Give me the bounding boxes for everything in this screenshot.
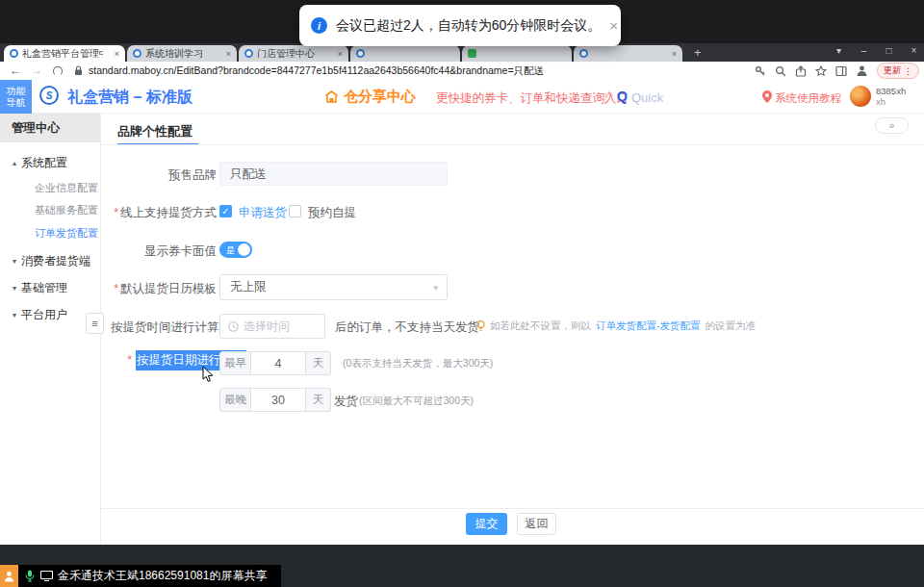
time-picker-input[interactable]: 选择时间 — [219, 314, 325, 339]
pickup-methods-label-text: 线上支持提货方式 — [120, 206, 217, 219]
function-nav-toggle[interactable]: 功能 导航 — [0, 80, 32, 114]
sidebar-group-label: 消费者提货端 — [21, 253, 90, 269]
browser-tab[interactable]: 门店管理中心 × — [239, 45, 348, 62]
triangle-down-icon: ▾ — [8, 311, 21, 319]
sidebar-group-basic-management[interactable]: ▾ 基础管理 — [0, 279, 100, 296]
submit-button[interactable]: 提交 — [466, 513, 507, 535]
chrome-update-button[interactable]: 更新⋮ — [877, 63, 919, 79]
checkbox-self-pickup-label[interactable]: 预约自提 — [308, 205, 356, 221]
presale-brand-label: 预售品牌 — [111, 167, 217, 184]
tab-brand-config[interactable]: 品牌个性配置 — [117, 123, 192, 140]
username: 8385xh — [876, 86, 906, 96]
browser-tab[interactable] — [350, 45, 460, 62]
clock-icon — [228, 321, 239, 332]
calendar-template-value: 无上限 — [230, 280, 267, 294]
latest-suffix-text: 发货 — [334, 394, 358, 410]
sidebar-group-system-config[interactable]: ▴ 系统配置 — [0, 154, 100, 171]
checkbox-self-pickup-unchecked[interactable] — [289, 205, 301, 217]
back-icon[interactable]: ← — [10, 62, 21, 80]
tab-close-icon[interactable]: × — [115, 49, 119, 59]
sidebar-item-enterprise-info[interactable]: 企业信息配置 — [35, 181, 98, 195]
earliest-note: (0表示支持当天发货，最大300天) — [343, 357, 493, 370]
bulb-icon — [476, 320, 485, 332]
toast-close-icon[interactable]: × — [609, 17, 618, 34]
browser-tab[interactable]: 系统培训学习 × — [127, 45, 237, 62]
chevron-down-icon: ▾ — [433, 275, 438, 300]
panel-collapse-button[interactable]: » — [875, 117, 909, 134]
back-button[interactable]: 返回 — [517, 513, 556, 535]
lock-icon[interactable] — [74, 65, 83, 76]
tab-favicon — [356, 49, 365, 58]
new-tab-button[interactable]: + — [694, 46, 702, 59]
calendar-template-select[interactable]: 无上限 ▾ — [219, 274, 448, 300]
tab-title: 系统培训学习 — [145, 47, 203, 61]
nav-toggle-line2: 导航 — [7, 97, 26, 109]
time-picker-placeholder: 选择时间 — [244, 319, 290, 335]
warehouse-share-center-link[interactable]: 仓分享中心 — [324, 88, 416, 106]
checkbox-delivery-label[interactable]: 申请送货 — [239, 205, 287, 221]
share-icon[interactable] — [795, 65, 807, 77]
quick-search-icon[interactable]: Q — [617, 89, 628, 104]
presale-brand-input[interactable]: 只配送 — [219, 162, 448, 186]
window-controls: ▾ – □ × — [831, 45, 922, 56]
main-content: » 品牌个性配置 预售品牌 只配送 *线上支持提货方式 ✓ 申请送货 预约自提 … — [101, 114, 924, 545]
calendar-template-label-text: 默认提货日历模板 — [120, 282, 217, 295]
zoom-icon[interactable] — [775, 65, 786, 77]
checkbox-delivery-checked[interactable]: ✓ — [219, 205, 232, 217]
triangle-down-icon: ▾ — [8, 257, 21, 266]
latest-days-input-group: 最晚 30 天 — [219, 388, 331, 412]
reload-icon[interactable] — [53, 66, 63, 76]
microphone-icon — [25, 570, 35, 582]
address-bar-actions: 更新⋮ — [755, 62, 919, 80]
tab-search-icon[interactable]: ▾ — [831, 45, 847, 56]
close-window-button[interactable]: × — [906, 45, 922, 56]
tab-favicon — [579, 49, 588, 58]
sidebar-collapse-handle[interactable]: ≡ — [86, 313, 104, 334]
sidebar-group-label: 平台用户 — [21, 307, 67, 323]
browser-tab[interactable]: × — [574, 45, 682, 62]
sidebar-item-order-shipping[interactable]: 订单发货配置 — [35, 226, 98, 241]
user-avatar[interactable] — [850, 86, 871, 107]
screen: i 会议已超过2人，自动转为60分钟限时会议。 × 礼盒营销平台管理中心 × 系… — [0, 0, 924, 587]
side-panel-icon[interactable] — [835, 65, 847, 77]
by-time-suffix-text: 后的订单，不支持当天发货 — [335, 319, 479, 336]
browser-tab-active[interactable]: 礼盒营销平台管理中心 × — [4, 45, 125, 62]
sidebar-item-basic-services[interactable]: 基础服务配置 — [35, 203, 98, 217]
pointing-hand-icon: ☞ — [600, 89, 612, 104]
tip-note: 如若此处不设置，则以订单发货配置-发货配置的设置为准 — [476, 319, 756, 333]
latest-note: (区间最大不可超过300天) — [359, 395, 474, 408]
bookmark-star-icon[interactable] — [815, 65, 827, 77]
earliest-days-input[interactable]: 4 — [251, 351, 306, 375]
latest-days-input[interactable]: 30 — [251, 388, 306, 412]
profile-icon[interactable] — [856, 64, 868, 77]
meeting-toast: i 会议已超过2人，自动转为60分钟限时会议。 × — [299, 5, 621, 46]
tab-close-icon[interactable]: × — [672, 49, 677, 59]
tab-divider — [101, 144, 924, 145]
key-icon[interactable] — [755, 65, 766, 77]
maximize-button[interactable]: □ — [881, 45, 897, 56]
screen-share-indicator[interactable]: 金禾通技术王斌18662591081的屏幕共享 — [0, 565, 281, 587]
by-time-label: 按提货时间进行计算 — [111, 319, 217, 336]
triangle-down-icon: ▾ — [8, 284, 21, 293]
tab-close-icon[interactable]: × — [338, 49, 343, 59]
address-bar: ← → standard.maboy.cn/EditBand?brandcode… — [0, 62, 924, 80]
share-center-label: 仓分享中心 — [344, 88, 416, 106]
face-value-label: 显示券卡面值 — [111, 243, 217, 260]
face-value-toggle-on[interactable]: 是 — [219, 242, 252, 258]
tutorial-link[interactable]: 系统使用教程 — [775, 91, 841, 106]
minimize-button[interactable]: – — [856, 45, 872, 56]
app-header: 功能 导航 S 礼盒营销 – 标准版 仓分享中心 更快捷的券卡、订单和快递查询入… — [0, 80, 924, 114]
url-text[interactable]: standard.maboy.cn/EditBand?brandcode=844… — [89, 64, 544, 78]
tip-link-shipping-config[interactable]: 订单发货配置-发货配置 — [596, 319, 701, 333]
tab-favicon — [133, 49, 141, 58]
tip-suffix: 的设置为准 — [706, 319, 757, 333]
tab-close-icon[interactable]: × — [226, 49, 231, 59]
quick-search-label[interactable]: Quick — [631, 90, 663, 105]
forward-icon[interactable]: → — [31, 62, 42, 80]
browser-tab[interactable] — [462, 45, 572, 62]
sidebar-group-consumer-pickup[interactable]: ▾ 消费者提货端 — [0, 252, 100, 269]
calendar-template-label: *默认提货日历模板 — [111, 281, 217, 297]
tip-prefix: 如若此处不设置，则以 — [490, 319, 591, 333]
mouse-cursor — [202, 366, 214, 387]
toast-message: 会议已超过2人，自动转为60分钟限时会议。 — [336, 17, 601, 35]
